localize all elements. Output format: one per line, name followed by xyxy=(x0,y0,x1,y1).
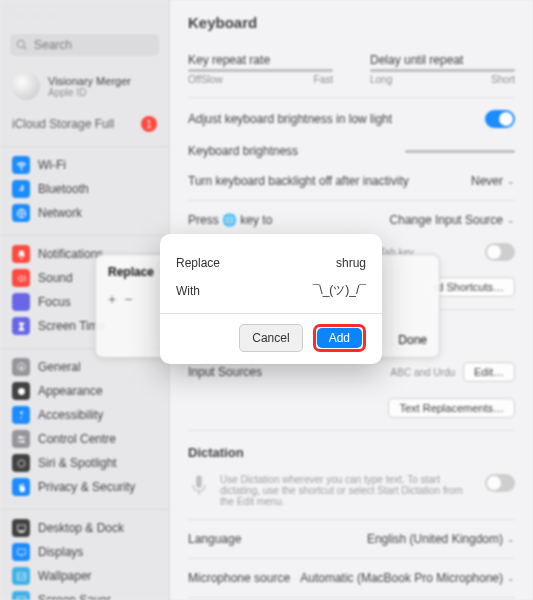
svg-point-1 xyxy=(20,366,23,369)
sidebar-item-general[interactable]: General xyxy=(0,355,169,379)
sidebar-item-privacy[interactable]: Privacy & Security xyxy=(0,475,169,499)
brightness-auto-toggle[interactable] xyxy=(485,110,515,128)
dictation-title: Dictation xyxy=(188,445,515,460)
appearance-icon xyxy=(12,382,30,400)
speaker-icon xyxy=(12,269,30,287)
svg-rect-11 xyxy=(17,597,25,600)
svg-point-2 xyxy=(18,388,25,395)
language-select[interactable]: English (United Kingdom)⌄ xyxy=(367,532,515,546)
add-button-highlight: Add xyxy=(313,324,366,352)
delay-slider[interactable] xyxy=(370,69,515,72)
svg-rect-9 xyxy=(17,549,25,555)
svg-rect-8 xyxy=(18,531,24,532)
search-icon xyxy=(16,39,28,51)
sidebar-item-bluetooth[interactable]: Bluetooth xyxy=(0,177,169,201)
storage-badge: 1 xyxy=(141,116,157,132)
delay-label: Delay until repeat xyxy=(370,53,515,67)
sidebar-item-label: Wi-Fi xyxy=(38,158,66,172)
svg-point-4 xyxy=(18,436,21,439)
sidebar-item-network[interactable]: Network xyxy=(0,201,169,225)
sidebar-item-displays[interactable]: Displays xyxy=(0,540,169,564)
sidebar-item-desktop[interactable]: Desktop & Dock xyxy=(0,516,169,540)
storage-row[interactable]: iCloud Storage Full 1 xyxy=(0,110,169,142)
with-label: With xyxy=(176,284,200,298)
fn-toggle[interactable] xyxy=(485,243,515,261)
svg-point-5 xyxy=(21,440,24,443)
backlight-select[interactable]: Never⌄ xyxy=(471,174,515,188)
page-title: Keyboard xyxy=(188,14,515,31)
brightness-label: Keyboard brightness xyxy=(188,144,298,158)
svg-rect-7 xyxy=(17,525,25,531)
sidebar-item-label: Focus xyxy=(38,295,71,309)
language-label: Language xyxy=(188,532,241,546)
input-sources-label: Input Sources xyxy=(188,365,262,379)
sidebar-item-label: Appearance xyxy=(38,384,103,398)
add-button[interactable]: Add xyxy=(317,328,362,348)
sidebar-item-label: Desktop & Dock xyxy=(38,521,124,535)
sidebar-item-accessibility[interactable]: Accessibility xyxy=(0,403,169,427)
done-button[interactable]: Done xyxy=(398,333,427,347)
siri-icon xyxy=(12,454,30,472)
dictation-toggle[interactable] xyxy=(485,474,515,492)
avatar xyxy=(12,72,40,100)
account-sub: Apple ID xyxy=(48,87,131,98)
globe-label: Press 🌐 key to xyxy=(188,213,272,227)
mic-icon xyxy=(188,474,210,496)
sidebar-item-label: Accessibility xyxy=(38,408,103,422)
sidebar-item-label: Notifications xyxy=(38,247,103,261)
backlight-label: Turn keyboard backlight off after inacti… xyxy=(188,174,409,188)
sidebar-item-label: General xyxy=(38,360,81,374)
sidebar-item-label: Wallpaper xyxy=(38,569,92,583)
accessibility-icon xyxy=(12,406,30,424)
storage-label: iCloud Storage Full xyxy=(12,117,114,131)
add-icon[interactable]: + xyxy=(108,291,116,307)
text-replacements-button[interactable]: Text Replacements… xyxy=(388,398,515,418)
sidebar-item-label: Privacy & Security xyxy=(38,480,135,494)
svg-point-3 xyxy=(20,411,23,414)
search-input[interactable] xyxy=(10,34,159,56)
globe-select[interactable]: Change Input Source⌄ xyxy=(390,213,515,227)
remove-icon[interactable]: − xyxy=(124,291,132,307)
mic-select[interactable]: Automatic (MacBook Pro Microphone)⌄ xyxy=(300,571,515,585)
moon-icon xyxy=(12,293,30,311)
replace-input[interactable]: shrug xyxy=(336,256,366,270)
sidebar-item-label: Screen Saver xyxy=(38,593,111,600)
cancel-button[interactable]: Cancel xyxy=(239,324,302,352)
repeat-slider[interactable] xyxy=(188,69,333,72)
replace-label: Replace xyxy=(176,256,220,270)
brightness-slider[interactable] xyxy=(405,150,515,153)
account-name: Visionary Merger xyxy=(48,75,131,87)
sidebar-item-controlcentre[interactable]: Control Centre xyxy=(0,427,169,451)
dock-icon xyxy=(12,519,30,537)
sidebar-item-appearance[interactable]: Appearance xyxy=(0,379,169,403)
sidebar-item-label: Bluetooth xyxy=(38,182,89,196)
sidebar-item-label: Network xyxy=(38,206,82,220)
repeat-label: Key repeat rate xyxy=(188,53,333,67)
globe-icon xyxy=(12,204,30,222)
gear-icon xyxy=(12,358,30,376)
brightness-auto-label: Adjust keyboard brightness in low light xyxy=(188,112,392,126)
dictation-desc: Use Dictation wherever you can type text… xyxy=(220,474,475,507)
screensaver-icon xyxy=(12,591,30,600)
sidebar-item-screensaver[interactable]: Screen Saver xyxy=(0,588,169,600)
mic-label: Microphone source xyxy=(188,571,290,585)
display-icon xyxy=(12,543,30,561)
svg-point-6 xyxy=(18,460,25,467)
text-replacement-modal: Replace shrug With ¯\_(ツ)_/¯ Cancel Add xyxy=(160,234,382,364)
sidebar-item-wallpaper[interactable]: Wallpaper xyxy=(0,564,169,588)
edit-button[interactable]: Edit… xyxy=(463,362,515,382)
wifi-icon xyxy=(12,156,30,174)
hand-icon xyxy=(12,478,30,496)
sidebar-item-wifi[interactable]: Wi-Fi xyxy=(0,153,169,177)
sidebar-item-label: Siri & Spotlight xyxy=(38,456,117,470)
bluetooth-icon xyxy=(12,180,30,198)
account-row[interactable]: Visionary Merger Apple ID xyxy=(0,66,169,110)
hourglass-icon xyxy=(12,317,30,335)
sliders-icon xyxy=(12,430,30,448)
sidebar-item-siri[interactable]: Siri & Spotlight xyxy=(0,451,169,475)
bell-icon xyxy=(12,245,30,263)
sidebar-item-label: Sound xyxy=(38,271,73,285)
with-input[interactable]: ¯\_(ツ)_/¯ xyxy=(313,282,366,299)
wallpaper-icon xyxy=(12,567,30,585)
sidebar-item-label: Control Centre xyxy=(38,432,116,446)
